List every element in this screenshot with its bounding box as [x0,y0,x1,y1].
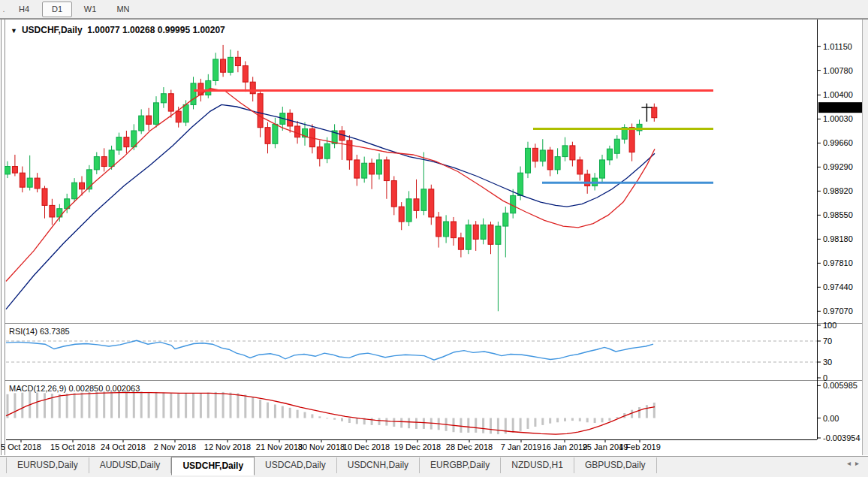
svg-text:1.00780: 1.00780 [823,66,853,75]
svg-text:19 Dec 2018: 19 Dec 2018 [394,442,441,451]
svg-text:16 Jan 2019: 16 Jan 2019 [542,442,588,451]
svg-text:1.00207: 1.00207 [821,104,851,113]
svg-text:10 Dec 2018: 10 Dec 2018 [343,442,390,451]
tab-scroll-right-icon[interactable]: ▸ [855,459,863,467]
rsi-indicator-label: RSI(14) 63.7385 [9,327,70,336]
svg-text:7 Jan 2019: 7 Jan 2019 [501,442,541,451]
svg-text:100: 100 [823,321,836,330]
svg-text:21 Nov 2018: 21 Nov 2018 [256,442,303,451]
svg-text:0.98550: 0.98550 [823,210,853,219]
svg-text:4 Feb 2019: 4 Feb 2019 [619,442,661,451]
svg-text:0.99660: 0.99660 [823,138,853,147]
svg-text:0.98920: 0.98920 [823,186,853,195]
svg-text:28 Dec 2018: 28 Dec 2018 [446,442,493,451]
svg-text:0.00: 0.00 [823,414,839,423]
chart-canvas[interactable]: 1.011501.007801.004001.000300.996600.992… [0,0,868,477]
svg-text:0.005985: 0.005985 [823,381,857,390]
macd-indicator-label: MACD(12,26,9) 0.002850 0.002063 [9,384,140,393]
svg-text:0.98180: 0.98180 [823,234,853,243]
svg-text:0.99290: 0.99290 [823,162,853,171]
svg-text:-0.003954: -0.003954 [823,433,860,442]
svg-text:15 Oct 2018: 15 Oct 2018 [50,442,95,451]
svg-text:1.00400: 1.00400 [823,90,853,99]
svg-text:30 Nov 2018: 30 Nov 2018 [298,442,345,451]
symbol-label: USDCHF,Daily [22,25,83,35]
svg-text:30: 30 [823,358,832,367]
svg-text:12 Nov 2018: 12 Nov 2018 [204,442,251,451]
svg-text:1.00030: 1.00030 [823,114,853,123]
svg-text:70: 70 [823,337,832,346]
svg-text:0.97810: 0.97810 [823,258,853,267]
svg-text:0.97070: 0.97070 [823,306,853,315]
symbol-dropdown-icon[interactable]: ▼ [11,27,17,35]
svg-text:0.97440: 0.97440 [823,282,853,291]
svg-text:1.01150: 1.01150 [823,42,852,51]
tab-scroll-left-icon[interactable]: ◂ [847,459,855,467]
svg-text:5 Oct 2018: 5 Oct 2018 [1,442,41,451]
tab-scroll-arrows: ◂▸ [847,459,863,467]
chart-title: ▼USDCHF,Daily 1.00077 1.00268 0.99995 1.… [11,25,225,35]
svg-text:2 Nov 2018: 2 Nov 2018 [154,442,196,451]
ohlc-values: 1.00077 1.00268 0.99995 1.00207 [87,25,225,35]
svg-text:24 Oct 2018: 24 Oct 2018 [101,442,146,451]
